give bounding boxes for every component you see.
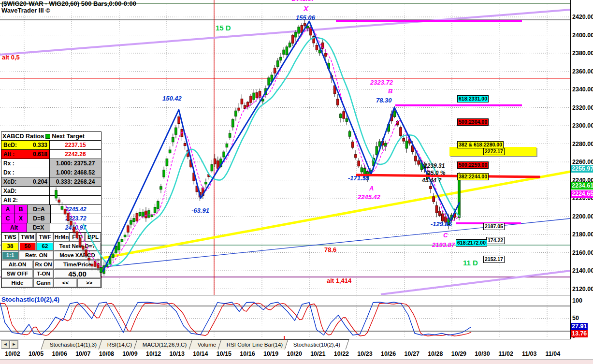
target-level-box: 2272.17 bbox=[483, 148, 505, 155]
panel-buttons: TWSTWMTWFHrMnFTPBPL385062Test New D=?1:1… bbox=[1, 233, 101, 288]
value-45-button[interactable]: 45.00 bbox=[54, 269, 101, 278]
gann-button[interactable]: Gann bbox=[33, 278, 54, 288]
ratio-row: Dx :1.000: 2468.52 bbox=[1, 168, 101, 177]
date-label: 10/06 bbox=[48, 350, 71, 357]
price-axis-label: 2200.00 bbox=[572, 213, 593, 220]
panel-header: XABCD Ratios Next Target bbox=[1, 132, 101, 141]
bottom-scroll-strip[interactable] bbox=[0, 359, 593, 364]
green-square-icon bbox=[45, 134, 50, 139]
price-axis-label: 2360.00 bbox=[572, 68, 593, 75]
indicator-tab[interactable]: RSI Color Line Bar(14) bbox=[218, 339, 292, 349]
abcd-toggle-alt[interactable]: Alt bbox=[1, 223, 27, 232]
target-level-box: 2152.17 bbox=[483, 256, 505, 263]
indicator-tab[interactable]: MACD(12,26,9,C) bbox=[134, 339, 196, 349]
tab-scroll-right-button[interactable]: ► bbox=[10, 340, 18, 349]
one-one-button[interactable]: 1:1 bbox=[1, 251, 19, 260]
indicator-tabbar: ◄ ► Stochastic(14(1),3)RSI(14,C)MACD(12,… bbox=[0, 339, 593, 350]
twm-button[interactable]: TWM bbox=[19, 233, 36, 242]
ratio-value-cell bbox=[50, 196, 101, 204]
date-label: 11/03 bbox=[518, 350, 541, 357]
chart-annotation: -129.85 bbox=[431, 220, 452, 228]
tab-scroll-left-button[interactable]: ◄ bbox=[1, 340, 10, 349]
abcd-toggle-b[interactable]: B bbox=[14, 205, 28, 214]
price-axis-label: 2180.00 bbox=[572, 231, 593, 238]
date-label: 10/09 bbox=[118, 350, 142, 357]
retr-button[interactable]: Retr. ON bbox=[19, 251, 54, 260]
chart-annotation: 45.44 ? bbox=[422, 177, 442, 184]
ftp-button[interactable]: FTP bbox=[70, 233, 85, 242]
twf-button[interactable]: TWF bbox=[36, 233, 54, 242]
button-row: 385062Test New D=? bbox=[1, 242, 101, 251]
abcd-toggle-a[interactable]: A bbox=[1, 205, 14, 214]
move-button[interactable]: Move XABCD bbox=[54, 251, 101, 260]
chart-annotation: 78.30 bbox=[376, 97, 392, 104]
indicator-tab[interactable]: Stochastic(10(2),4) bbox=[285, 339, 349, 349]
price-axis-label: 2320.00 bbox=[572, 104, 593, 111]
ratio-label-cell: XcD:0.204 bbox=[1, 177, 50, 186]
ratio-row: BcD:0.3332237.15 bbox=[1, 141, 101, 150]
price-axis-label: 2420.00 bbox=[572, 14, 593, 20]
date-label: 10/23 bbox=[353, 350, 376, 357]
sw-off-button[interactable]: SW OFF bbox=[1, 269, 33, 278]
date-label: 10/02 bbox=[1, 350, 24, 357]
b50-button[interactable]: 50 bbox=[19, 242, 36, 251]
abcd-value-cell: 2410.97 bbox=[50, 223, 101, 232]
chart-annotation: 2443.67 bbox=[292, 0, 315, 2]
rx-on-button[interactable]: Rx ON bbox=[33, 260, 54, 269]
hrmn-button[interactable]: HrMn bbox=[54, 233, 70, 242]
wavetrader-window: ($WIG20-WAR - WIG20,60) 500 Bars,0:00-0:… bbox=[0, 0, 593, 364]
b62-button[interactable]: 62 bbox=[36, 242, 54, 251]
prev-button[interactable]: << bbox=[54, 278, 77, 288]
date-label: 10/07 bbox=[72, 350, 95, 357]
date-label: 10/15 bbox=[212, 350, 235, 357]
indicator-tabs: Stochastic(14(1),3)RSI(14,C)MACD(12,26,9… bbox=[43, 339, 344, 349]
chart-annotation: B bbox=[388, 87, 392, 95]
chart-annotation: alt 0,5 bbox=[2, 54, 20, 61]
target-level-box: 382:2244.00 bbox=[457, 173, 489, 180]
target-level-box: 500:2304.00 bbox=[457, 118, 489, 126]
date-label: 10/16 bbox=[236, 350, 259, 357]
chart-annotation: 2323.72 bbox=[370, 79, 393, 86]
date-label: 10/29 bbox=[447, 350, 470, 357]
date-label: 10/13 bbox=[165, 350, 188, 357]
price-axis-label: 2120.00 bbox=[572, 286, 593, 292]
cursor-tick bbox=[284, 336, 285, 340]
next-button[interactable]: >> bbox=[77, 278, 101, 288]
b38-button[interactable]: 38 bbox=[1, 242, 19, 251]
ratio-value-cell: 2242.26 bbox=[50, 150, 101, 159]
last-price-badge: 2255.97986 bbox=[571, 165, 593, 173]
price-axis-label: 2300.00 bbox=[572, 122, 593, 129]
t-on-button[interactable]: T-ON bbox=[33, 269, 54, 278]
chart-annotation: 15 D bbox=[216, 24, 231, 32]
ratio-rows: BcD:0.3332237.15Alt :0.6182242.26Rx :1.0… bbox=[1, 141, 101, 205]
ratio-label-cell: Alt :0.618 bbox=[1, 150, 50, 159]
target-level-box: 618:2172.00 bbox=[456, 239, 487, 247]
chart-annotation: alt 1,414 bbox=[327, 277, 351, 284]
price-badge-green: 2234.61 bbox=[571, 182, 593, 189]
app-title: WaveTrader III © bbox=[1, 7, 136, 14]
date-label: 10/19 bbox=[260, 350, 283, 357]
chart-annotation: -171.55 bbox=[348, 175, 369, 182]
ratio-value-cell: 2237.15 bbox=[50, 141, 101, 149]
ratio-label-cell: Alt 2: bbox=[1, 196, 50, 204]
alt-on-button[interactable]: Alt-ON bbox=[1, 260, 33, 269]
date-label: 10/30 bbox=[471, 350, 494, 357]
stoch-axis-label: 50 bbox=[572, 315, 579, 321]
chart-annotation: 2245.42 bbox=[358, 193, 380, 201]
test-button[interactable]: Test New D=? bbox=[54, 242, 101, 251]
panel-header-right: Next Target bbox=[52, 133, 85, 140]
time-price-button[interactable]: Time/Price bbox=[54, 260, 101, 269]
price-axis-label: 2380.00 bbox=[572, 50, 593, 57]
bpl-button[interactable]: BPL bbox=[85, 233, 101, 242]
tws-button[interactable]: TWS bbox=[1, 233, 19, 242]
date-label: 11/04 bbox=[541, 350, 564, 357]
indicator-tab[interactable]: Stochastic(14(1),3) bbox=[41, 339, 106, 349]
hide-button[interactable]: Hide bbox=[1, 278, 33, 288]
stochastic-label: Stochastic(10(2),4) bbox=[1, 296, 59, 303]
symbol-title: ($WIG20-WAR - WIG20,60) 500 Bars,0:00-0:… bbox=[1, 0, 136, 7]
abcd-toggle-c[interactable]: C bbox=[1, 214, 14, 223]
button-row: Alt-ONRx ONTime/Price bbox=[1, 260, 101, 269]
ratio-label-cell: Rx : bbox=[1, 159, 50, 168]
abcd-toggle-x[interactable]: X bbox=[14, 214, 28, 223]
date-label: 10/22 bbox=[330, 350, 353, 357]
